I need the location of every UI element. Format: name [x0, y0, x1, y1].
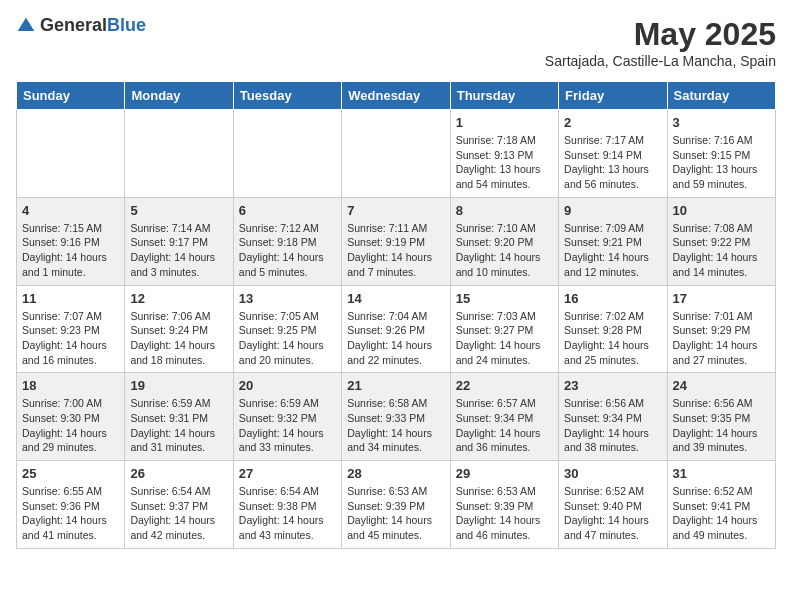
title-location: Sartajada, Castille-La Mancha, Spain: [545, 53, 776, 69]
day-number: 28: [347, 466, 444, 481]
day-info: Sunrise: 7:01 AMSunset: 9:29 PMDaylight:…: [673, 309, 770, 368]
day-number: 6: [239, 203, 336, 218]
calendar-cell: 10Sunrise: 7:08 AMSunset: 9:22 PMDayligh…: [667, 197, 775, 285]
calendar-cell: 24Sunrise: 6:56 AMSunset: 9:35 PMDayligh…: [667, 373, 775, 461]
calendar-cell: 28Sunrise: 6:53 AMSunset: 9:39 PMDayligh…: [342, 461, 450, 549]
day-number: 12: [130, 291, 227, 306]
day-info: Sunrise: 6:56 AMSunset: 9:35 PMDaylight:…: [673, 396, 770, 455]
logo-icon: [16, 16, 36, 36]
calendar-cell: 30Sunrise: 6:52 AMSunset: 9:40 PMDayligh…: [559, 461, 667, 549]
calendar-cell: 19Sunrise: 6:59 AMSunset: 9:31 PMDayligh…: [125, 373, 233, 461]
calendar-week-row: 4Sunrise: 7:15 AMSunset: 9:16 PMDaylight…: [17, 197, 776, 285]
logo-text-general: General: [40, 16, 107, 36]
day-info: Sunrise: 6:55 AMSunset: 9:36 PMDaylight:…: [22, 484, 119, 543]
calendar-cell: [17, 110, 125, 198]
calendar-week-row: 11Sunrise: 7:07 AMSunset: 9:23 PMDayligh…: [17, 285, 776, 373]
day-number: 27: [239, 466, 336, 481]
day-number: 23: [564, 378, 661, 393]
calendar-cell: 21Sunrise: 6:58 AMSunset: 9:33 PMDayligh…: [342, 373, 450, 461]
calendar-cell: 17Sunrise: 7:01 AMSunset: 9:29 PMDayligh…: [667, 285, 775, 373]
calendar-cell: 27Sunrise: 6:54 AMSunset: 9:38 PMDayligh…: [233, 461, 341, 549]
day-info: Sunrise: 7:09 AMSunset: 9:21 PMDaylight:…: [564, 221, 661, 280]
day-number: 9: [564, 203, 661, 218]
day-info: Sunrise: 6:52 AMSunset: 9:40 PMDaylight:…: [564, 484, 661, 543]
logo-text-blue: Blue: [107, 16, 146, 36]
calendar-cell: 11Sunrise: 7:07 AMSunset: 9:23 PMDayligh…: [17, 285, 125, 373]
day-info: Sunrise: 7:15 AMSunset: 9:16 PMDaylight:…: [22, 221, 119, 280]
day-info: Sunrise: 7:10 AMSunset: 9:20 PMDaylight:…: [456, 221, 553, 280]
calendar-cell: 18Sunrise: 7:00 AMSunset: 9:30 PMDayligh…: [17, 373, 125, 461]
day-number: 30: [564, 466, 661, 481]
day-info: Sunrise: 7:04 AMSunset: 9:26 PMDaylight:…: [347, 309, 444, 368]
calendar-cell: [125, 110, 233, 198]
day-number: 11: [22, 291, 119, 306]
calendar-cell: 26Sunrise: 6:54 AMSunset: 9:37 PMDayligh…: [125, 461, 233, 549]
day-number: 2: [564, 115, 661, 130]
day-number: 16: [564, 291, 661, 306]
day-info: Sunrise: 7:03 AMSunset: 9:27 PMDaylight:…: [456, 309, 553, 368]
calendar-cell: 1Sunrise: 7:18 AMSunset: 9:13 PMDaylight…: [450, 110, 558, 198]
day-number: 5: [130, 203, 227, 218]
day-info: Sunrise: 7:05 AMSunset: 9:25 PMDaylight:…: [239, 309, 336, 368]
day-info: Sunrise: 7:11 AMSunset: 9:19 PMDaylight:…: [347, 221, 444, 280]
col-header-monday: Monday: [125, 82, 233, 110]
day-number: 8: [456, 203, 553, 218]
day-info: Sunrise: 6:56 AMSunset: 9:34 PMDaylight:…: [564, 396, 661, 455]
calendar-cell: 16Sunrise: 7:02 AMSunset: 9:28 PMDayligh…: [559, 285, 667, 373]
day-number: 24: [673, 378, 770, 393]
day-info: Sunrise: 7:02 AMSunset: 9:28 PMDaylight:…: [564, 309, 661, 368]
day-info: Sunrise: 7:16 AMSunset: 9:15 PMDaylight:…: [673, 133, 770, 192]
calendar-cell: [233, 110, 341, 198]
calendar-cell: 13Sunrise: 7:05 AMSunset: 9:25 PMDayligh…: [233, 285, 341, 373]
day-number: 29: [456, 466, 553, 481]
day-number: 22: [456, 378, 553, 393]
col-header-tuesday: Tuesday: [233, 82, 341, 110]
day-info: Sunrise: 7:18 AMSunset: 9:13 PMDaylight:…: [456, 133, 553, 192]
page-header: General Blue May 2025 Sartajada, Castill…: [16, 16, 776, 69]
day-number: 17: [673, 291, 770, 306]
calendar-table: SundayMondayTuesdayWednesdayThursdayFrid…: [16, 81, 776, 549]
day-info: Sunrise: 7:12 AMSunset: 9:18 PMDaylight:…: [239, 221, 336, 280]
col-header-thursday: Thursday: [450, 82, 558, 110]
calendar-cell: 14Sunrise: 7:04 AMSunset: 9:26 PMDayligh…: [342, 285, 450, 373]
svg-marker-0: [18, 18, 35, 31]
day-number: 13: [239, 291, 336, 306]
calendar-cell: 25Sunrise: 6:55 AMSunset: 9:36 PMDayligh…: [17, 461, 125, 549]
day-number: 15: [456, 291, 553, 306]
day-info: Sunrise: 7:07 AMSunset: 9:23 PMDaylight:…: [22, 309, 119, 368]
calendar-cell: 12Sunrise: 7:06 AMSunset: 9:24 PMDayligh…: [125, 285, 233, 373]
day-number: 25: [22, 466, 119, 481]
day-number: 21: [347, 378, 444, 393]
day-info: Sunrise: 6:58 AMSunset: 9:33 PMDaylight:…: [347, 396, 444, 455]
calendar-cell: 29Sunrise: 6:53 AMSunset: 9:39 PMDayligh…: [450, 461, 558, 549]
day-info: Sunrise: 6:52 AMSunset: 9:41 PMDaylight:…: [673, 484, 770, 543]
calendar-cell: 9Sunrise: 7:09 AMSunset: 9:21 PMDaylight…: [559, 197, 667, 285]
day-info: Sunrise: 6:59 AMSunset: 9:31 PMDaylight:…: [130, 396, 227, 455]
col-header-wednesday: Wednesday: [342, 82, 450, 110]
calendar-cell: 7Sunrise: 7:11 AMSunset: 9:19 PMDaylight…: [342, 197, 450, 285]
day-info: Sunrise: 7:00 AMSunset: 9:30 PMDaylight:…: [22, 396, 119, 455]
calendar-cell: 2Sunrise: 7:17 AMSunset: 9:14 PMDaylight…: [559, 110, 667, 198]
day-number: 26: [130, 466, 227, 481]
calendar-week-row: 25Sunrise: 6:55 AMSunset: 9:36 PMDayligh…: [17, 461, 776, 549]
calendar-cell: 4Sunrise: 7:15 AMSunset: 9:16 PMDaylight…: [17, 197, 125, 285]
calendar-cell: 31Sunrise: 6:52 AMSunset: 9:41 PMDayligh…: [667, 461, 775, 549]
day-info: Sunrise: 6:57 AMSunset: 9:34 PMDaylight:…: [456, 396, 553, 455]
calendar-cell: 5Sunrise: 7:14 AMSunset: 9:17 PMDaylight…: [125, 197, 233, 285]
calendar-cell: 23Sunrise: 6:56 AMSunset: 9:34 PMDayligh…: [559, 373, 667, 461]
col-header-saturday: Saturday: [667, 82, 775, 110]
day-info: Sunrise: 6:54 AMSunset: 9:37 PMDaylight:…: [130, 484, 227, 543]
day-info: Sunrise: 6:53 AMSunset: 9:39 PMDaylight:…: [347, 484, 444, 543]
day-number: 14: [347, 291, 444, 306]
calendar-cell: [342, 110, 450, 198]
day-number: 10: [673, 203, 770, 218]
calendar-week-row: 1Sunrise: 7:18 AMSunset: 9:13 PMDaylight…: [17, 110, 776, 198]
title-block: May 2025 Sartajada, Castille-La Mancha, …: [545, 16, 776, 69]
day-number: 31: [673, 466, 770, 481]
day-number: 20: [239, 378, 336, 393]
calendar-cell: 15Sunrise: 7:03 AMSunset: 9:27 PMDayligh…: [450, 285, 558, 373]
day-number: 7: [347, 203, 444, 218]
day-info: Sunrise: 7:08 AMSunset: 9:22 PMDaylight:…: [673, 221, 770, 280]
day-number: 19: [130, 378, 227, 393]
day-info: Sunrise: 6:59 AMSunset: 9:32 PMDaylight:…: [239, 396, 336, 455]
